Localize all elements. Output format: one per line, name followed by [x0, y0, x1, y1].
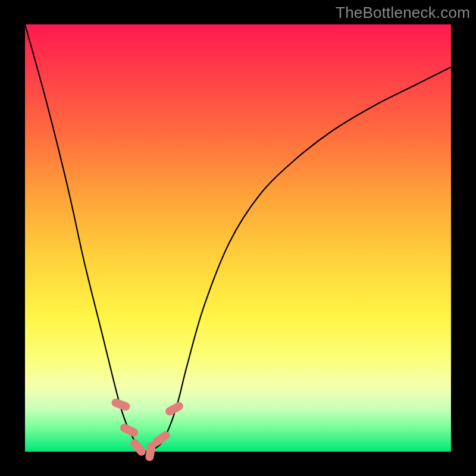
chart-frame: TheBottleneck.com — [0, 0, 476, 476]
watermark-label: TheBottleneck.com — [336, 4, 470, 22]
plot-area — [25, 24, 451, 452]
bottleneck-curve — [25, 24, 451, 452]
